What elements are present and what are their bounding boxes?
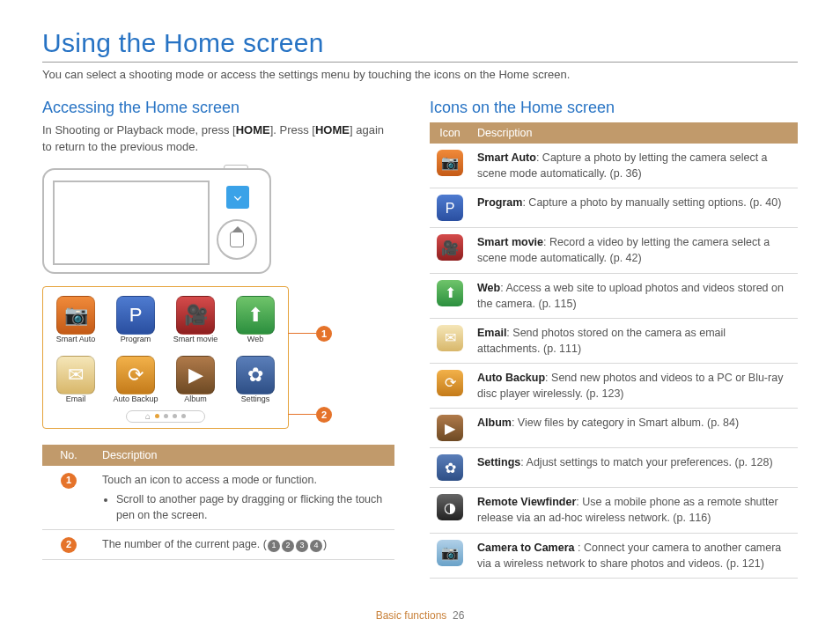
mini-badge: 1 [268,540,280,552]
page-dot-2 [164,414,168,418]
table-row: 1 Touch an icon to access a mode or func… [42,466,394,530]
mode-name: Auto Backup [477,372,545,384]
row-text-end: ) [323,538,327,550]
app-smart-auto[interactable]: 📷Smart Auto [52,296,99,343]
page-dot-3 [173,414,177,418]
app-email[interactable]: ✉Email [52,356,99,403]
app-auto-backup[interactable]: ⟳Auto Backup [112,356,159,403]
mode-desc: : Access a web site to upload photos and… [477,282,784,310]
mode-name: Smart Auto [477,151,536,164]
table-row: 2 The number of the current page. (1234) [42,530,394,560]
app-label: Smart Auto [56,335,96,343]
icons-subhead: Icons on the Home screen [430,99,798,117]
backup-icon: ⟳ [437,370,463,396]
email-icon: ✉ [56,356,95,394]
row-text: The number of the current page. ( [102,538,267,550]
app-program[interactable]: PProgram [112,296,159,343]
row-badge-1: 1 [61,473,77,489]
app-label: Web [247,335,263,343]
row-bullet: Scroll to another page by dragging or fl… [116,491,387,523]
row-text: Touch an icon to access a mode or functi… [102,474,317,486]
mode-desc: : View files by category in Smart album.… [512,417,739,429]
mode-name: Program [477,196,522,209]
row-badge-2: 2 [61,537,77,553]
app-settings[interactable]: ✿Settings [232,356,279,403]
smartmovie-icon: 🎥 [437,234,463,261]
text-pre: In Shooting or Playback mode, press [ [42,123,236,136]
callout-1: 1 [288,326,332,342]
table-row: ◑Remote Viewfinder: Use a mobile phone a… [430,488,798,533]
page-footer: Basic functions 26 [0,609,840,622]
callout-table: No. Description 1 Touch an icon to acces… [42,445,394,560]
app-label: Email [66,394,86,403]
email-icon: ✉ [437,325,463,351]
table-row: ⬆Web: Access a web site to upload photos… [430,273,798,318]
th-icon: Icon [430,122,470,144]
table-row: ✿Settings: Adjust settings to match your… [430,448,798,488]
app-label: Auto Backup [113,394,158,403]
program-icon: P [437,195,463,221]
text-mid: ]. Press [ [270,123,315,136]
title-rule [42,62,798,63]
home-key-1: HOME [236,123,270,136]
mode-desc: : Adjust settings to match your preferen… [520,456,772,468]
app-label: Album [184,394,207,403]
camera-illustration [42,168,271,274]
intro-text: You can select a shooting mode or access… [42,68,798,81]
album-icon: ▶ [176,356,215,394]
web-icon: ⬆ [437,280,463,306]
app-web[interactable]: ⬆Web [232,296,279,343]
mode-name: Web [477,282,500,294]
camera-screen-shape [53,181,210,265]
app-album[interactable]: ▶Album [172,356,219,403]
th-desc: Description [95,445,394,466]
home-button-circle [217,219,257,260]
footer-section: Basic functions [376,609,447,622]
mini-badge: 2 [282,540,294,552]
mode-desc: : Send photos stored on the camera as em… [477,327,726,355]
smart-auto-icon: 📷 [56,296,95,335]
mode-name: Smart movie [477,236,543,248]
accessing-body: In Shooting or Playback mode, press [HOM… [42,122,394,156]
album-icon: ▶ [437,415,463,441]
page-indicator[interactable]: ⌂ [126,410,205,423]
table-row: PProgram: Capture a photo by manually se… [430,188,798,228]
home-key-2: HOME [315,123,350,136]
th-desc: Description [470,122,798,144]
page-dot-4 [181,414,186,418]
callout-badge-1: 1 [316,326,332,342]
mode-name: Settings [477,456,520,468]
mode-desc: : Capture a photo by manually setting op… [522,196,781,209]
table-row: 📷Camera to Camera : Connect your camera … [430,533,798,578]
callout-2: 2 [288,407,332,423]
settings-icon: ✿ [236,356,275,394]
table-row: ⟳Auto Backup: Send new photos and videos… [430,364,798,409]
shutter-button-shape [224,165,248,170]
th-no: No. [42,445,95,466]
page-title: Using the Home screen [42,28,798,58]
smart-movie-icon: 🎥 [176,296,215,335]
table-row: ▶Album: View files by category in Smart … [430,409,798,448]
remote-icon: ◑ [437,494,463,520]
mode-name: Album [477,417,512,429]
auto-backup-icon: ⟳ [116,356,155,394]
mini-badge: 4 [310,540,322,552]
callout-badge-2: 2 [316,407,332,423]
accessing-subhead: Accessing the Home screen [42,99,394,117]
settings-icon: ✿ [437,454,463,481]
arrow-down-icon [226,186,249,209]
mini-badge: 3 [296,540,308,552]
mode-name: Remote Viewfinder [477,496,576,508]
home-icon [230,232,244,247]
app-label: Program [121,335,151,343]
mode-name: Camera to Camera [477,542,578,554]
app-smart-movie[interactable]: 🎥Smart movie [172,296,219,343]
web-icon: ⬆ [236,296,275,335]
page-dot-1 [155,414,159,418]
app-label: Smart movie [173,335,218,343]
footer-page: 26 [453,609,464,622]
table-row: 📷Smart Auto: Capture a photo by letting … [430,144,798,188]
icons-table: Icon Description 📷Smart Auto: Capture a … [430,122,798,579]
home-dot-icon: ⌂ [145,411,151,421]
camcam-icon: 📷 [437,540,463,566]
